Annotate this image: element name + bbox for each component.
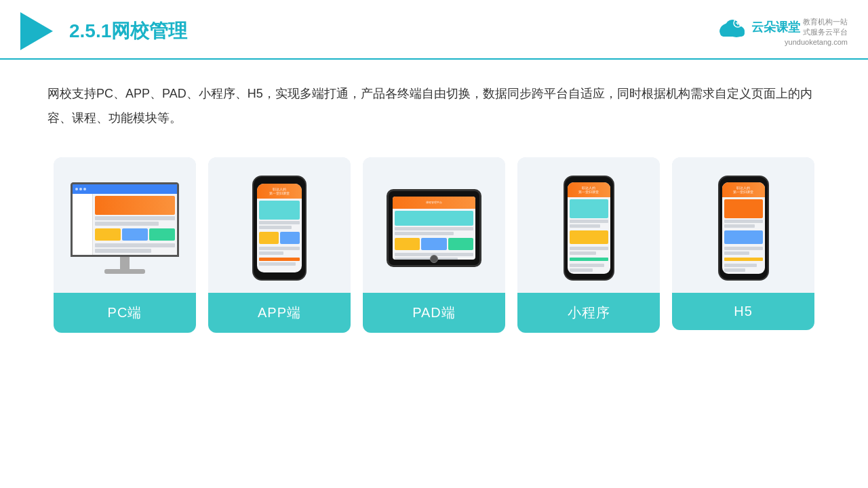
pc-image-area [54,157,196,293]
tagline-line1: 教育机构一站 [803,17,848,27]
miniprogram-image-area: 职达人的第一堂归课堂 [517,157,660,293]
h5-phone: 职达人的第一堂归课堂 [718,176,769,281]
header-left: 2.5.1网校管理 [20,12,187,50]
h5-phone-notch [736,179,750,182]
pc-monitor [71,182,179,274]
miniprogram-card: 职达人的第一堂归课堂 [517,157,660,333]
pad-image-area: 课程管理平台 [363,157,505,293]
device-cards-container: PC端 职达人的第一堂归课堂 [0,144,868,353]
title-main: 网校管理 [111,20,187,41]
description-content: 网校支持PC、APP、PAD、小程序、H5，实现多端打通，产品各终端自由切换，数… [47,81,821,130]
phone-screen: 职达人的第一堂归课堂 [257,184,302,272]
app-card: 职达人的第一堂归课堂 [208,157,351,333]
miniprogram-label: 小程序 [517,293,660,333]
h5-card: 职达人的第一堂归课堂 [672,157,814,330]
pad-tablet: 课程管理平台 [387,189,481,267]
h5-label: H5 [672,293,814,330]
app-label: APP端 [208,293,351,333]
logo-url: yunduoketang.com [785,38,848,46]
tablet-screen: 课程管理平台 [393,197,475,260]
description-text: 网校支持PC、APP、PAD、小程序、H5，实现多端打通，产品各终端自由切换，数… [0,60,868,144]
miniprogram-phone: 职达人的第一堂归课堂 [564,176,614,281]
pc-card: PC端 [54,157,196,333]
phone-tall-notch [582,179,595,182]
app-phone: 职达人的第一堂归课堂 [252,176,307,281]
logo-area: 云朵课堂 教育机构一站 式服务云平台 yunduoketang.com [716,16,848,46]
pad-label: PAD端 [363,293,505,333]
logo-row: 云朵课堂 教育机构一站 式服务云平台 [716,16,848,38]
phone-notch [271,180,288,183]
h5-phone-screen: 职达人的第一堂归课堂 [722,182,765,274]
h5-image-area: 职达人的第一堂归课堂 [672,157,814,293]
header: 2.5.1网校管理 云朵课堂 教育机构一站 式服务云平台 yunduoketan… [0,0,868,60]
svg-rect-4 [720,30,745,37]
title-prefix: 2.5.1 [69,20,111,41]
pc-label: PC端 [54,293,196,333]
app-image-area: 职达人的第一堂归课堂 [208,157,351,293]
tablet-home-btn [430,255,438,263]
page-title: 2.5.1网校管理 [69,18,187,44]
pad-card: 课程管理平台 [363,157,505,333]
phone-tall-screen: 职达人的第一堂归课堂 [568,182,610,274]
play-icon [20,12,53,50]
logo-text: 云朵课堂 [751,19,800,35]
cloud-icon [716,16,749,38]
tagline-line2: 式服务云平台 [803,27,848,37]
monitor-screen [71,182,179,257]
logo-tagline: 教育机构一站 式服务云平台 [803,17,848,38]
